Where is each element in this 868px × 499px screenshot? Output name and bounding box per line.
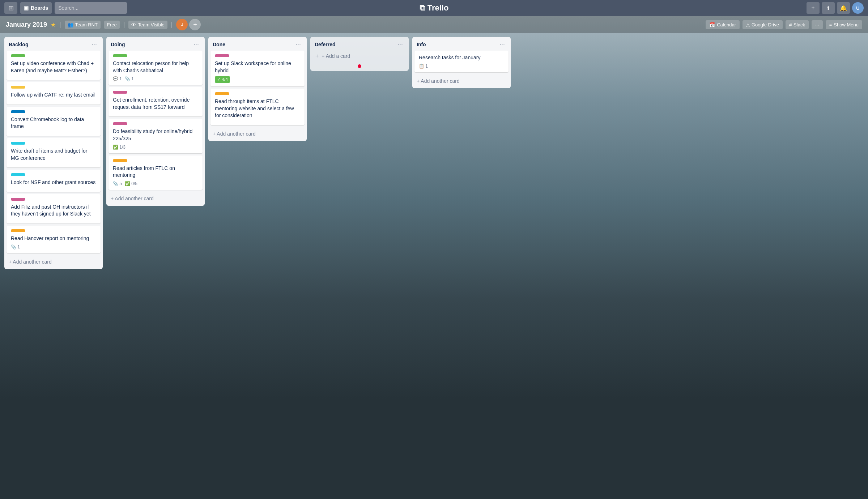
list-deferred: Deferred···++ Add a card xyxy=(310,37,409,71)
list-cards-done: Set up Slack workspace for online hybrid… xyxy=(208,51,307,127)
team-name: Team RNT xyxy=(75,22,98,27)
calendar-button[interactable]: 📅 Calendar xyxy=(706,20,740,29)
card-title: Add Filiz and past OH instructors if the… xyxy=(11,204,96,218)
card-badge: 📎 1 xyxy=(125,76,134,81)
list-info: Info···Research tasks for January📋 1+ Ad… xyxy=(412,37,511,88)
add-button[interactable]: + xyxy=(807,2,820,14)
card-badges: ✓ 4/4 xyxy=(215,76,300,83)
list-cards-doing: Contact relocation person for help with … xyxy=(106,51,205,192)
card-label xyxy=(113,91,127,94)
card[interactable]: Write draft of items and budget for MG c… xyxy=(7,138,101,167)
calendar-icon: 📅 xyxy=(709,22,715,27)
user-avatar[interactable]: U xyxy=(852,2,864,14)
list-cards-deferred: ++ Add a card xyxy=(310,51,409,71)
card[interactable]: Look for NSF and other grant sources xyxy=(7,170,101,192)
card-title: Follow up with CATF re: my last email xyxy=(11,91,96,99)
add-member-button[interactable]: + xyxy=(189,19,201,30)
add-card-row-deferred[interactable]: ++ Add a card xyxy=(312,51,407,61)
card[interactable]: Research tasks for January📋 1 xyxy=(414,51,509,72)
add-card-button-backlog[interactable]: + Add another card xyxy=(4,256,103,268)
card[interactable]: Add Filiz and past OH instructors if the… xyxy=(7,194,101,223)
card[interactable]: Read through items at FTLC mentoring web… xyxy=(210,89,305,125)
add-card-button-info[interactable]: + Add another card xyxy=(412,75,511,87)
more-integrations-button[interactable]: ··· xyxy=(812,20,823,29)
card-title: Read through items at FTLC mentoring web… xyxy=(215,98,300,119)
list-header-doing: Doing··· xyxy=(106,37,205,51)
list-menu-button-deferred[interactable]: ··· xyxy=(395,40,405,48)
card[interactable]: Follow up with CATF re: my last email xyxy=(7,82,101,105)
team-icon: 👥 xyxy=(68,22,73,27)
show-menu-button[interactable]: ≡ Show Menu xyxy=(826,20,862,29)
list-title-done: Done xyxy=(213,42,225,47)
card-label xyxy=(11,54,25,57)
list-menu-button-backlog[interactable]: ··· xyxy=(89,40,99,48)
team-visible-button[interactable]: 👁 Team Visible xyxy=(128,21,167,29)
card-badge: 📎 5 xyxy=(113,181,122,186)
card-label xyxy=(113,54,127,57)
visible-label: Team Visible xyxy=(138,22,164,27)
notification-dot xyxy=(358,64,361,68)
card[interactable]: Do feasibility study for online/hybrid 2… xyxy=(109,119,203,153)
card-label xyxy=(11,86,25,89)
card-title: Look for NSF and other grant sources xyxy=(11,179,96,186)
card-label xyxy=(11,110,25,113)
card[interactable]: Set up Slack workspace for online hybrid… xyxy=(210,51,305,86)
star-button[interactable]: ★ xyxy=(51,21,56,28)
team-button[interactable]: 👥 Team RNT xyxy=(65,21,101,29)
list-backlog: Backlog···Set up video conference with C… xyxy=(4,37,103,269)
gdrive-button[interactable]: △ Google Drive xyxy=(743,20,783,29)
card[interactable]: Convert Chromebook log to data frame xyxy=(7,107,101,136)
card[interactable]: Contact relocation person for help with … xyxy=(109,51,203,85)
list-doing: Doing···Contact relocation person for he… xyxy=(106,37,205,206)
card-title: Research tasks for January xyxy=(419,54,504,61)
board-members: J + xyxy=(176,19,201,30)
list-done: Done···Set up Slack workspace for online… xyxy=(208,37,307,141)
list-header-done: Done··· xyxy=(208,37,307,51)
card-title: Write draft of items and budget for MG c… xyxy=(11,148,96,162)
notifications-button[interactable]: 🔔 xyxy=(837,2,850,14)
card-title: Read articles from FTLC on mentoring xyxy=(113,165,198,179)
list-menu-button-info[interactable]: ··· xyxy=(497,40,507,48)
list-header-deferred: Deferred··· xyxy=(310,37,409,51)
list-cards-info: Research tasks for January📋 1 xyxy=(412,51,511,74)
card[interactable]: Set up video conference with Chad + Kare… xyxy=(7,51,101,80)
list-title-deferred: Deferred xyxy=(315,42,336,47)
card-title: Set up video conference with Chad + Kare… xyxy=(11,60,96,74)
card-badge: 📎 1 xyxy=(11,244,20,250)
free-badge[interactable]: Free xyxy=(104,21,120,29)
checklist-badge: ✓ 4/4 xyxy=(215,76,230,83)
list-menu-button-done[interactable]: ··· xyxy=(293,40,303,48)
card[interactable]: Read Hanover report on mentoring📎 1 xyxy=(7,226,101,253)
slack-button[interactable]: # Slack xyxy=(786,20,809,29)
boards-button[interactable]: ▣ Boards xyxy=(20,2,52,14)
add-card-button-doing[interactable]: + Add another card xyxy=(106,193,205,204)
board-header-right: 📅 Calendar △ Google Drive # Slack ··· ≡ … xyxy=(706,20,862,29)
member-avatar-1[interactable]: J xyxy=(176,19,188,30)
card-title: Read Hanover report on mentoring xyxy=(11,235,96,242)
card-label xyxy=(215,54,229,57)
add-card-button-done[interactable]: + Add another card xyxy=(208,128,307,140)
card-title: Get enrollment, retention, override requ… xyxy=(113,97,198,111)
card[interactable]: Get enrollment, retention, override requ… xyxy=(109,87,203,116)
list-header-backlog: Backlog··· xyxy=(4,37,103,51)
slack-icon: # xyxy=(789,22,792,27)
card-badges: 📋 1 xyxy=(419,64,504,69)
home-button[interactable]: ⊞ xyxy=(4,2,17,14)
card-badges: 📎 5✅ 0/5 xyxy=(113,181,198,186)
card-label xyxy=(11,198,25,201)
card-title: Do feasibility study for online/hybrid 2… xyxy=(113,128,198,142)
card-label xyxy=(215,92,229,95)
card-badge: ✅ 0/5 xyxy=(125,181,137,186)
list-menu-button-doing[interactable]: ··· xyxy=(191,40,201,48)
board-lists: Backlog···Set up video conference with C… xyxy=(0,33,868,499)
info-button[interactable]: ℹ xyxy=(822,2,835,14)
card[interactable]: Read articles from FTLC on mentoring📎 5✅… xyxy=(109,155,203,190)
board-title: January 2019 xyxy=(6,21,47,29)
menu-icon: ≡ xyxy=(829,22,832,27)
card-badges: ✅ 1/3 xyxy=(113,145,198,150)
card-title: Contact relocation person for help with … xyxy=(113,60,198,74)
search-input[interactable] xyxy=(55,2,127,14)
card-badge: 💬 1 xyxy=(113,76,122,81)
visible-icon: 👁 xyxy=(131,22,136,27)
card-badge: ✅ 1/3 xyxy=(113,145,125,150)
